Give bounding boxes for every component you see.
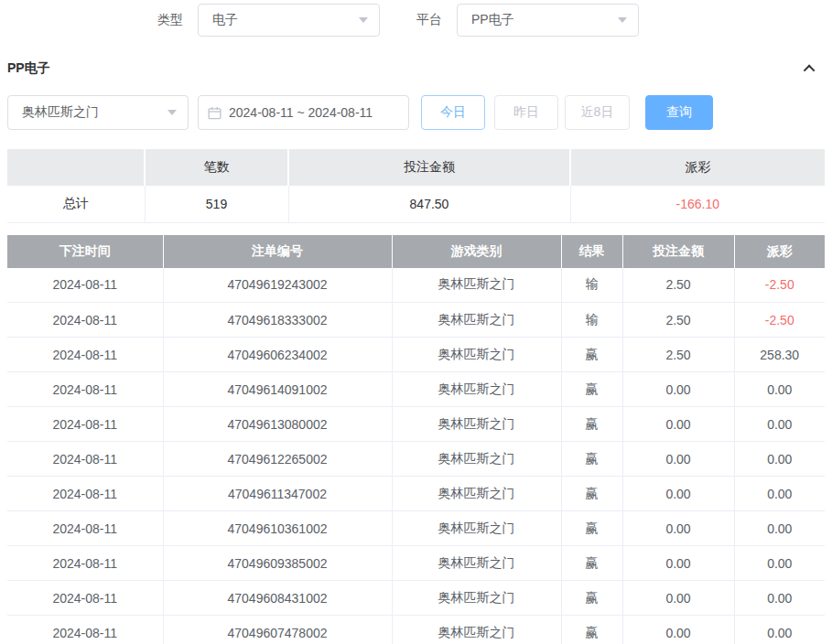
bet-id-cell: 47049608431002 [163,581,392,616]
header-bet-amount: 投注金额 [622,235,734,268]
bet-time-cell: 2024-08-11 [7,407,163,442]
summary-payout-value: -166.10 [570,186,825,222]
result-cell: 赢 [561,546,622,581]
chevron-down-icon [618,17,627,23]
bet-time-cell: 2024-08-11 [7,511,163,546]
game-type-cell: 奥林匹斯之门 [392,546,561,581]
summary-header-bet-amount: 投注金额 [288,149,570,186]
game-select[interactable]: 奥林匹斯之门 [7,95,189,130]
table-row: 2024-08-1147049613080002奥林匹斯之门赢0.000.00 [7,407,825,442]
result-cell: 输 [561,268,622,303]
date-range-value: 2024-08-11 ~ 2024-08-11 [229,105,373,120]
game-type-cell: 奥林匹斯之门 [392,442,561,477]
type-select-value: 电子 [212,12,238,28]
payout-cell: 0.00 [734,372,825,407]
table-row: 2024-08-1147049612265002奥林匹斯之门赢0.000.00 [7,442,825,477]
bet-id-cell: 47049612265002 [163,442,392,477]
today-button[interactable]: 今日 [421,95,485,130]
summary-table: 笔数 投注金额 派彩 总计 519 847.50 -166.10 [7,149,825,223]
summary-header-payout: 派彩 [570,149,825,186]
bet-amount-cell: 0.00 [622,616,734,644]
bet-amount-cell: 0.00 [622,407,734,442]
bet-id-cell: 47049618333002 [163,303,392,338]
query-row: 奥林匹斯之门 2024-08-11 ~ 2024-08-11 今日 昨日 近8日… [7,95,825,130]
bet-amount-cell: 0.00 [622,511,734,546]
bet-table-header-row: 下注时间 注单编号 游戏类别 结果 投注金额 派彩 [7,235,825,268]
summary-header-row: 笔数 投注金额 派彩 [7,149,825,186]
payout-cell: 0.00 [734,581,825,616]
bet-time-cell: 2024-08-11 [7,477,163,511]
bet-amount-cell: 0.00 [622,372,734,407]
payout-cell: 0.00 [734,477,825,511]
section-title: PP电子 [7,60,50,77]
table-row: 2024-08-1147049608431002奥林匹斯之门赢0.000.00 [7,581,825,616]
table-row: 2024-08-1147049611347002奥林匹斯之门赢0.000.00 [7,477,825,511]
game-type-cell: 奥林匹斯之门 [392,477,561,511]
payout-cell: 0.00 [734,407,825,442]
bet-time-cell: 2024-08-11 [7,303,163,338]
last-8-days-button[interactable]: 近8日 [565,95,630,130]
bet-id-cell: 47049614091002 [163,372,392,407]
bet-time-cell: 2024-08-11 [7,546,163,581]
table-row: 2024-08-1147049609385002奥林匹斯之门赢0.000.00 [7,546,825,581]
table-row: 2024-08-1147049618333002奥林匹斯之门输2.50-2.50 [7,303,825,338]
bet-amount-cell: 0.00 [622,581,734,616]
game-type-cell: 奥林匹斯之门 [392,511,561,546]
chevron-down-icon [167,110,177,115]
game-type-cell: 奥林匹斯之门 [392,303,561,338]
summary-count-value: 519 [145,186,288,222]
bet-id-cell: 47049611347002 [163,477,392,511]
bet-amount-cell: 2.50 [622,338,734,372]
payout-cell: 0.00 [734,511,825,546]
calendar-icon [208,106,222,120]
header-bet-id: 注单编号 [163,235,392,268]
result-cell: 赢 [561,477,622,511]
search-button[interactable]: 查询 [645,95,713,130]
bet-time-cell: 2024-08-11 [7,268,163,303]
yesterday-button[interactable]: 昨日 [494,95,558,130]
platform-select-value: PP电子 [471,12,514,28]
bet-amount-cell: 2.50 [622,303,734,338]
game-type-cell: 奥林匹斯之门 [392,616,561,644]
result-cell: 赢 [561,581,622,616]
bet-id-cell: 47049609385002 [163,546,392,581]
chevron-up-icon [803,64,815,76]
result-cell: 赢 [561,442,622,477]
table-row: 2024-08-1147049614091002奥林匹斯之门赢0.000.00 [7,372,825,407]
game-select-value: 奥林匹斯之门 [22,104,99,121]
summary-header-count: 笔数 [145,149,288,186]
header-game-type: 游戏类别 [392,235,561,268]
table-row: 2024-08-1147049607478002奥林匹斯之门赢0.000.00 [7,616,825,644]
bet-time-cell: 2024-08-11 [7,372,163,407]
payout-cell: -2.50 [734,303,825,338]
collapse-button[interactable] [801,59,819,78]
payout-cell: 0.00 [734,616,825,644]
bet-id-cell: 47049607478002 [163,616,392,644]
bet-id-cell: 47049606234002 [163,338,392,372]
header-payout: 派彩 [734,235,825,268]
table-row: 2024-08-1147049610361002奥林匹斯之门赢0.000.00 [7,511,825,546]
platform-label: 平台 [416,12,442,28]
table-row: 2024-08-1147049619243002奥林匹斯之门输2.50-2.50 [7,268,825,303]
type-filter: 类型 电子 [157,4,380,37]
result-cell: 赢 [561,616,622,644]
bet-id-cell: 47049610361002 [163,511,392,546]
header-bet-time: 下注时间 [7,235,163,268]
chevron-down-icon [359,17,368,23]
bet-amount-cell: 0.00 [622,477,734,511]
date-range-picker[interactable]: 2024-08-11 ~ 2024-08-11 [198,95,409,130]
platform-select[interactable]: PP电子 [457,4,639,37]
bet-table: 下注时间 注单编号 游戏类别 结果 投注金额 派彩 2024-08-114704… [7,235,825,644]
section-header: PP电子 [7,59,825,79]
bet-table-body: 2024-08-1147049619243002奥林匹斯之门输2.50-2.50… [7,268,825,644]
top-filter-bar: 类型 电子 平台 PP电子 [7,4,825,37]
game-type-cell: 奥林匹斯之门 [392,581,561,616]
result-cell: 赢 [561,511,622,546]
result-cell: 赢 [561,372,622,407]
game-type-cell: 奥林匹斯之门 [392,268,561,303]
summary-bet-amount-value: 847.50 [288,186,570,222]
header-result: 结果 [561,235,622,268]
type-label: 类型 [157,12,183,28]
type-select[interactable]: 电子 [198,4,380,37]
result-cell: 赢 [561,338,622,372]
